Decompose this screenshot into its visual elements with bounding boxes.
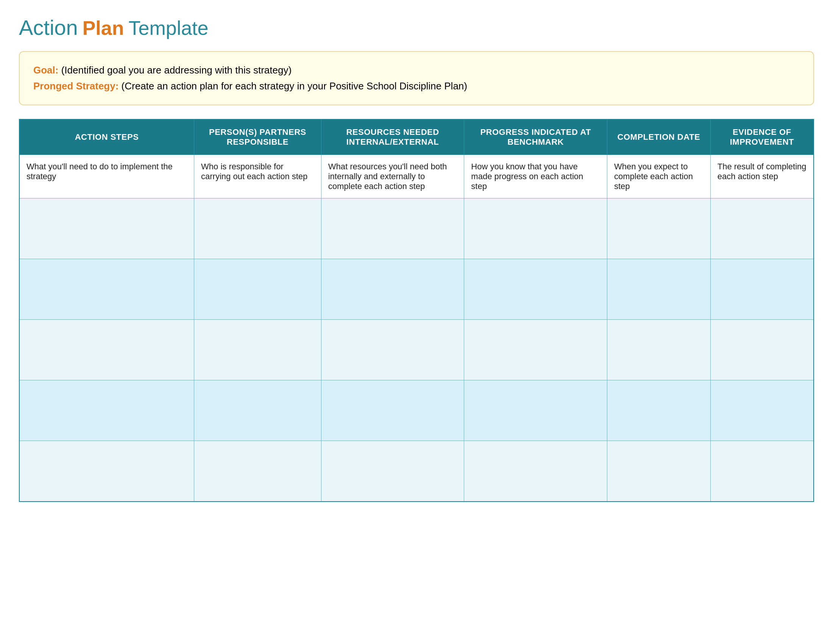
pronged-label: Pronged Strategy: bbox=[33, 80, 119, 92]
cell-resources-1[interactable] bbox=[321, 198, 464, 259]
col-header-progress-benchmark: PROGRESS INDICATED AT BENCHMARK bbox=[464, 119, 607, 155]
desc-progress-benchmark: How you know that you have made progress… bbox=[464, 155, 607, 198]
col-header-completion-date: COMPLETION DATE bbox=[607, 119, 710, 155]
cell-completion-5[interactable] bbox=[607, 441, 710, 502]
desc-person-responsible: Who is responsible for carrying out each… bbox=[194, 155, 322, 198]
desc-evidence-improvement: The result of completing each action ste… bbox=[710, 155, 814, 198]
col-header-resources-needed: RESOURCES NEEDED INTERNAL/EXTERNAL bbox=[321, 119, 464, 155]
cell-resources-4[interactable] bbox=[321, 380, 464, 441]
cell-resources-5[interactable] bbox=[321, 441, 464, 502]
cell-resources-2[interactable] bbox=[321, 259, 464, 320]
desc-completion-date: When you expect to complete each action … bbox=[607, 155, 710, 198]
goal-box: Goal: (Identified goal you are addressin… bbox=[19, 51, 814, 105]
cell-progress-4[interactable] bbox=[464, 380, 607, 441]
cell-action-2[interactable] bbox=[19, 259, 194, 320]
cell-resources-3[interactable] bbox=[321, 320, 464, 380]
cell-progress-2[interactable] bbox=[464, 259, 607, 320]
desc-resources-needed: What resources you'll need both internal… bbox=[321, 155, 464, 198]
cell-evidence-2[interactable] bbox=[710, 259, 814, 320]
goal-text: (Identified goal you are addressing with… bbox=[61, 64, 291, 76]
cell-progress-3[interactable] bbox=[464, 320, 607, 380]
cell-action-1[interactable] bbox=[19, 198, 194, 259]
cell-evidence-4[interactable] bbox=[710, 380, 814, 441]
cell-completion-2[interactable] bbox=[607, 259, 710, 320]
pronged-text: (Create an action plan for each strategy… bbox=[122, 80, 467, 92]
cell-completion-1[interactable] bbox=[607, 198, 710, 259]
cell-completion-3[interactable] bbox=[607, 320, 710, 380]
title-plan: Plan bbox=[82, 17, 124, 39]
table-row bbox=[19, 441, 814, 502]
table-row bbox=[19, 259, 814, 320]
cell-evidence-5[interactable] bbox=[710, 441, 814, 502]
cell-person-3[interactable] bbox=[194, 320, 322, 380]
col-header-evidence-improvement: EVIDENCE OF IMPROVEMENT bbox=[710, 119, 814, 155]
page-title: Action Plan Template bbox=[19, 15, 814, 40]
cell-action-4[interactable] bbox=[19, 380, 194, 441]
cell-evidence-3[interactable] bbox=[710, 320, 814, 380]
cell-person-4[interactable] bbox=[194, 380, 322, 441]
goal-line: Goal: (Identified goal you are addressin… bbox=[33, 63, 800, 79]
action-plan-table: ACTION STEPS PERSON(S) PARTNERS RESPONSI… bbox=[19, 119, 814, 502]
cell-action-5[interactable] bbox=[19, 441, 194, 502]
table-row bbox=[19, 198, 814, 259]
desc-action-steps: What you'll need to do to implement the … bbox=[19, 155, 194, 198]
cell-progress-1[interactable] bbox=[464, 198, 607, 259]
title-template: Template bbox=[129, 17, 208, 39]
col-header-person-responsible: PERSON(S) PARTNERS RESPONSIBLE bbox=[194, 119, 322, 155]
table-row bbox=[19, 320, 814, 380]
cell-evidence-1[interactable] bbox=[710, 198, 814, 259]
table-row bbox=[19, 380, 814, 441]
cell-person-5[interactable] bbox=[194, 441, 322, 502]
col-header-action-steps: ACTION STEPS bbox=[19, 119, 194, 155]
pronged-line: Pronged Strategy: (Create an action plan… bbox=[33, 79, 800, 94]
table-description-row: What you'll need to do to implement the … bbox=[19, 155, 814, 198]
cell-progress-5[interactable] bbox=[464, 441, 607, 502]
table-header-row: ACTION STEPS PERSON(S) PARTNERS RESPONSI… bbox=[19, 119, 814, 155]
cell-person-1[interactable] bbox=[194, 198, 322, 259]
cell-action-3[interactable] bbox=[19, 320, 194, 380]
goal-label: Goal: bbox=[33, 64, 58, 76]
title-action: Action bbox=[19, 15, 78, 40]
cell-completion-4[interactable] bbox=[607, 380, 710, 441]
cell-person-2[interactable] bbox=[194, 259, 322, 320]
